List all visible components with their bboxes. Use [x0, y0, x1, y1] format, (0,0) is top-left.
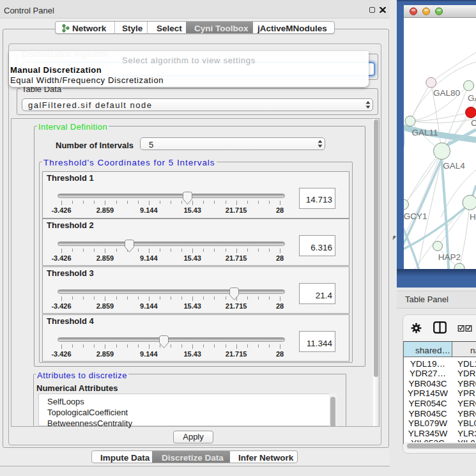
svg-text:GCY1: GCY1: [404, 211, 427, 221]
svg-text:H: H: [470, 212, 476, 222]
svg-text:GAL80: GAL80: [433, 88, 460, 98]
svg-text:GAL4: GAL4: [443, 161, 465, 171]
svg-text:HAP2: HAP2: [438, 252, 461, 262]
svg-text:C: C: [471, 118, 476, 128]
svg-text:GA: GA: [468, 93, 476, 103]
svg-text:GAL11: GAL11: [411, 128, 438, 137]
